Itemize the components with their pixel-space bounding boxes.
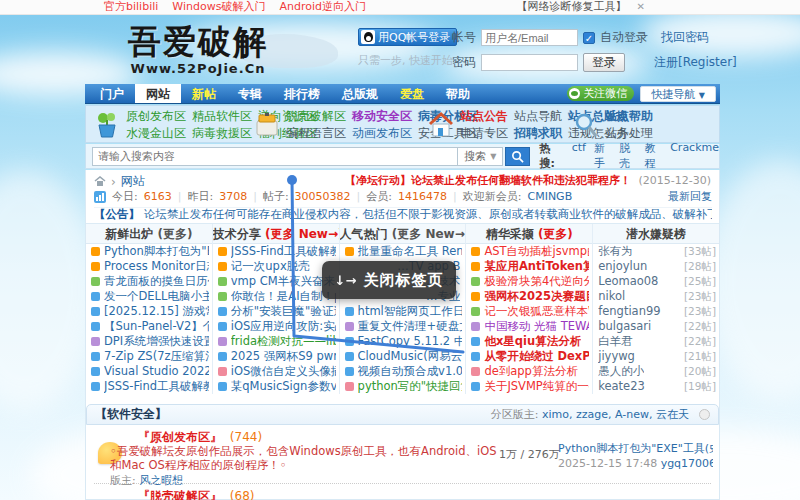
account-input[interactable] <box>481 29 578 46</box>
qq-login-button[interactable]: 用QQ帐号登录 <box>358 28 457 46</box>
rank-user-link[interactable]: 张有为 <box>598 244 633 259</box>
rank-user-link[interactable]: Leomao08 <box>598 274 658 289</box>
thread-link[interactable]: iOS应用逆向攻防:实战-雅 <box>231 319 336 334</box>
topbar-link[interactable]: Windows破解入门 <box>172 0 265 14</box>
quick-link[interactable]: 原创发布区 <box>126 109 186 123</box>
forum-link[interactable]: 『脱壳破解区』 <box>138 489 222 500</box>
quick-link[interactable]: 病毒救援区 <box>192 126 252 140</box>
thread-link[interactable]: 2025 强网杯S9 pwn - bph 复 <box>231 349 336 364</box>
thread-link[interactable]: 批量重命名工具 Renamer v1. <box>358 244 463 259</box>
hot-search-word[interactable]: Crackme <box>670 141 719 171</box>
quick-link[interactable]: 脱壳破解区 <box>286 109 346 123</box>
thread-link[interactable]: 7-Zip ZS(7z压缩算法增强版)_ <box>104 349 209 364</box>
thread-link[interactable]: 【Sun-Panel-V2】个人NAS导 <box>104 319 209 334</box>
home-icon[interactable] <box>94 176 106 187</box>
hot-search-word[interactable]: 脱壳 <box>619 141 636 171</box>
quick-link[interactable]: 站点公告 <box>460 109 508 123</box>
thread-link[interactable]: 分析"安装巨魔"验证逆向 <box>231 304 336 319</box>
hot-search-word[interactable]: ctf <box>572 141 586 171</box>
search-type-select[interactable]: 搜索 ▼ <box>458 147 503 166</box>
new-member-link[interactable]: CMINGB <box>527 190 572 203</box>
quick-nav-button[interactable]: 快捷导航 ▼ <box>640 86 716 102</box>
thread-link[interactable]: 中国移动 光猫 TEWA-7560B <box>484 319 589 334</box>
thread-link[interactable]: JSSS-Find工具破解教程（一 <box>104 379 209 394</box>
topbar-link[interactable]: 官方bilibili <box>104 0 158 14</box>
section-header-software-security[interactable]: 【软件安全】 分区版主: ximo, zzage, A-new, 云在天 <box>86 404 719 425</box>
thread-link[interactable]: 视频自动预合成v1.0 <box>358 364 463 379</box>
board-more-link[interactable]: (更多) <box>153 227 192 241</box>
board-more-link[interactable]: (更多 New→) <box>261 227 339 241</box>
site-logo[interactable]: 吾爱破解 Www.52PoJie.Cn <box>128 20 268 76</box>
search-input[interactable] <box>92 147 458 166</box>
thread-link[interactable]: 从零开始绕过 DexProtector <box>484 349 589 364</box>
thread-link[interactable]: 重复文件清理+硬盘文件分析 <box>358 319 463 334</box>
thread-link[interactable]: 他x星qiu算法分析 <box>484 334 581 349</box>
thread-link[interactable]: 强网杯2025决赛题目复现 <box>484 289 589 304</box>
rank-user-link[interactable]: nikol <box>598 289 625 304</box>
nav-item-1[interactable]: 网站 <box>135 84 181 103</box>
quick-link[interactable]: 编程语言区 <box>286 126 346 140</box>
nav-item-3[interactable]: 专辑 <box>227 84 273 103</box>
quick-link[interactable]: 站点帮助 <box>605 109 653 123</box>
thread-link[interactable]: 你敢信！是AI自制！pyt <box>231 289 336 304</box>
quick-link[interactable]: 水漫金山区 <box>126 126 186 140</box>
mods-list[interactable]: ximo, zzage, A-new, 云在天 <box>542 408 689 421</box>
notice-text[interactable]: 【净坛行动】论坛禁止发布任何翻墙软件和违法犯罪程序！ <box>345 174 631 187</box>
announcement-text[interactable]: 论坛禁止发布任何可能存在商业侵权内容，包括但不限于影视资源、原创或者转载商业软件… <box>144 207 712 221</box>
thread-link[interactable]: 某qMusicSign参数vmp逆向 <box>231 379 336 394</box>
thread-link[interactable]: 记一次upx脱壳 <box>231 259 310 274</box>
nav-item-7[interactable]: 帮助 <box>435 84 481 103</box>
thread-link[interactable]: Python脚本打包为"EXE"工具 <box>104 244 209 259</box>
board-more-link[interactable]: (更多) <box>534 227 573 241</box>
collapse-toggle-icon[interactable] <box>699 409 710 420</box>
thread-link[interactable]: de到app算法分析 <box>484 364 578 379</box>
thread-link[interactable]: CloudMusic(网易云音乐)_v3. <box>358 349 463 364</box>
quick-link[interactable]: 申请专区 <box>460 126 508 140</box>
login-button[interactable]: 登录 <box>583 53 625 72</box>
close-icon[interactable]: ✕ <box>637 0 645 14</box>
find-password-link[interactable]: 找回密码 <box>661 29 709 46</box>
forum-link[interactable]: 『原创发布区』 <box>138 430 222 444</box>
quick-link[interactable]: 招聘求职 <box>514 126 562 140</box>
forum-mod-link[interactable]: 风之暇想 <box>139 474 183 487</box>
register-link[interactable]: 注册[Register] <box>654 54 737 71</box>
auto-login-checkbox[interactable]: ✓ <box>583 32 595 44</box>
board-more-link[interactable]: (更多 New→) <box>388 227 466 241</box>
rank-user-link[interactable]: bulgasari <box>598 319 651 334</box>
thread-link[interactable]: python写的"快捷回复"、"客 <box>358 379 463 394</box>
network-repair-tool-link[interactable]: 【网络诊断修复工具】 <box>517 0 627 14</box>
thread-link[interactable]: AST自动插桩jsvmp的简单实 <box>484 244 589 259</box>
nav-item-2[interactable]: 新帖 <box>181 84 227 103</box>
thread-link[interactable]: vmp CM半夜兴奋来了,双 <box>231 274 336 289</box>
follow-wechat-button[interactable]: 关注微信 <box>567 86 634 101</box>
breadcrumb-current[interactable]: 网站 <box>121 173 145 190</box>
nav-item-6[interactable]: 爱盘 <box>389 84 435 103</box>
rank-user-link[interactable]: fengtian99 <box>598 304 660 319</box>
latest-post-link[interactable]: Python脚本打包为"EXE"工具(史 ... <box>558 441 713 456</box>
thread-link[interactable]: 极验滑块第4代逆向分析 <box>484 274 589 289</box>
thread-link[interactable]: DPI系统增强快速设置工具v1. <box>104 334 209 349</box>
thread-link[interactable]: Process Monitor日志求助 <box>104 259 209 274</box>
topbar-link[interactable]: Android逆向入门 <box>279 0 366 14</box>
quick-link[interactable]: 移动安全区 <box>352 109 412 123</box>
hot-search-word[interactable]: 新手 <box>594 141 611 171</box>
thread-link[interactable]: html智能网页工作日历备忘录 <box>358 304 463 319</box>
nav-item-4[interactable]: 排行榜 <box>273 84 331 103</box>
thread-link[interactable]: JSSS-Find工具破解教程（一 <box>231 244 336 259</box>
password-input[interactable] <box>481 54 578 71</box>
hot-search-word[interactable]: 教程 <box>645 141 662 171</box>
quick-link[interactable]: 站点导航 <box>514 109 562 123</box>
quick-link[interactable]: 动画发布区 <box>352 126 412 140</box>
nav-item-5[interactable]: 总版规 <box>331 84 389 103</box>
thread-link[interactable]: 某应用AntiToken算法分析 <box>484 259 589 274</box>
rank-user-link[interactable]: enjoylun <box>598 259 647 274</box>
thread-link[interactable]: 青龙面板的摸鱼日历代码 <box>104 274 209 289</box>
latest-post-user[interactable]: ygq170063 <box>661 457 713 470</box>
rank-user-link[interactable]: keate23 <box>598 379 645 394</box>
thread-link[interactable]: Visual Studio 2022 专业版 社 <box>104 364 209 379</box>
quick-link[interactable]: 站务处理 <box>605 126 653 140</box>
nav-item-0[interactable]: 门户 <box>89 84 135 103</box>
thread-link[interactable]: frida检测对抗——libmsa <box>231 334 336 349</box>
thread-link[interactable]: 关于JSVMP纯算的一些取巧方 <box>484 379 589 394</box>
thread-link[interactable]: FastCopy 5.11.2 中文绿色 <box>358 334 463 349</box>
